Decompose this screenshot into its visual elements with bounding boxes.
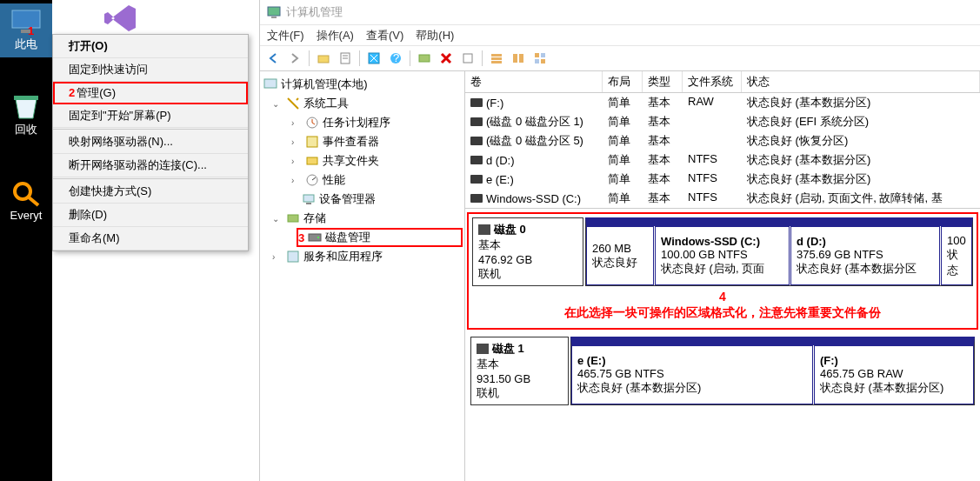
- disk-partition[interactable]: d (D:)375.69 GB NTFS状态良好 (基本数据分区: [790, 226, 940, 285]
- context-menu-shortcut[interactable]: 创建快捷方式(S): [53, 180, 248, 204]
- tree-computer-management[interactable]: 计算机管理(本地): [262, 75, 463, 94]
- disk-partition[interactable]: 100状态: [941, 226, 972, 285]
- tools-icon: [286, 97, 300, 110]
- collapse-icon[interactable]: ›: [272, 252, 283, 262]
- desktop-icon-label: 此电: [15, 37, 37, 52]
- context-menu-delete[interactable]: 删除(D): [53, 204, 248, 227]
- task-icon: [305, 116, 319, 130]
- up-button[interactable]: [314, 49, 333, 68]
- tree-disk-management[interactable]: 3 磁盘管理: [297, 228, 463, 247]
- context-menu-manage[interactable]: 2管理(G): [53, 82, 248, 104]
- view2-button[interactable]: [509, 49, 528, 68]
- tree-device-manager[interactable]: 设备管理器: [262, 190, 463, 209]
- volume-row[interactable]: e (E:)简单基本NTFS状态良好 (基本数据分区): [465, 170, 980, 189]
- svg-rect-22: [541, 53, 545, 57]
- tree-task-scheduler[interactable]: › 任务计划程序: [262, 113, 463, 132]
- view3-button[interactable]: [530, 49, 550, 68]
- disk-partition[interactable]: 260 MB状态良好: [586, 226, 654, 285]
- volume-row[interactable]: (磁盘 0 磁盘分区 5)简单基本状态良好 (恢复分区): [465, 131, 980, 150]
- disk-partition[interactable]: Windows-SSD (C:)100.00 GB NTFS状态良好 (启动, …: [655, 226, 790, 285]
- forward-icon: [289, 52, 301, 64]
- desktop-icon-recycle-bin[interactable]: 回收: [0, 89, 52, 143]
- svg-rect-27: [307, 137, 317, 147]
- svg-rect-31: [306, 203, 311, 204]
- annotation-4-text: 在此选择一块可操作的区域格式化，注意先将重要文件备份: [472, 305, 973, 321]
- storage-icon: [286, 211, 300, 225]
- svg-rect-17: [491, 57, 502, 60]
- svg-rect-14: [419, 55, 430, 62]
- delete-button[interactable]: [437, 49, 456, 68]
- svg-rect-25: [264, 79, 277, 88]
- forward-button[interactable]: [285, 49, 304, 68]
- context-menu-open[interactable]: 打开(O): [53, 35, 248, 58]
- svg-rect-6: [271, 17, 277, 18]
- disk-1-label[interactable]: 磁盘 1 基本 931.50 GB 联机: [470, 337, 569, 405]
- format-icon: [462, 52, 474, 64]
- expand-icon[interactable]: ⌄: [272, 214, 283, 224]
- tree-shared-folders[interactable]: › 共享文件夹: [262, 151, 463, 170]
- svg-line-4: [28, 197, 38, 205]
- col-status[interactable]: 状态: [742, 71, 980, 92]
- svg-text:?: ?: [393, 52, 399, 64]
- tree-storage[interactable]: ⌄ 存储: [262, 209, 463, 228]
- expand-icon[interactable]: ⌄: [272, 99, 283, 109]
- desktop-icon-this-pc[interactable]: 此电: [0, 3, 52, 57]
- col-volume[interactable]: 卷: [465, 71, 603, 92]
- disk-0-map: 磁盘 0 基本 476.92 GB 联机 260 MB状态良好Windows-S…: [467, 212, 978, 330]
- menu-help[interactable]: 帮助(H): [416, 28, 454, 43]
- menu-file[interactable]: 文件(F): [267, 28, 304, 43]
- settings-button[interactable]: [415, 49, 434, 68]
- right-panel: 卷 布局 类型 文件系统 状态 (F:)简单基本RAW状态良好 (基本数据分区)…: [465, 71, 980, 481]
- volume-row[interactable]: (F:)简单基本RAW状态良好 (基本数据分区): [465, 93, 980, 112]
- collapse-icon[interactable]: ›: [291, 176, 302, 185]
- volume-row[interactable]: (磁盘 0 磁盘分区 1)简单基本状态良好 (EFI 系统分区): [465, 112, 980, 131]
- volume-row[interactable]: d (D:)简单基本NTFS状态良好 (基本数据分区): [465, 150, 980, 170]
- desktop-icon-everything[interactable]: Everyt: [0, 176, 52, 227]
- col-layout[interactable]: 布局: [603, 71, 643, 92]
- desktop-icon-label: Everyt: [10, 209, 43, 222]
- context-menu-disconnect-drive[interactable]: 断开网络驱动器的连接(C)...: [53, 154, 248, 177]
- tree-performance[interactable]: › 性能: [262, 170, 463, 190]
- collapse-icon[interactable]: ›: [291, 157, 302, 166]
- volume-icon: [470, 98, 483, 107]
- tree-event-viewer[interactable]: › 事件查看器: [262, 132, 463, 151]
- collapse-icon[interactable]: ›: [291, 118, 302, 128]
- everything-icon: [10, 181, 42, 207]
- tree-system-tools[interactable]: ⌄ 系统工具: [262, 94, 463, 113]
- format-button[interactable]: [458, 49, 477, 68]
- disk-partition[interactable]: e (E:)465.75 GB NTFS状态良好 (基本数据分区): [571, 345, 813, 404]
- svg-rect-18: [491, 61, 502, 63]
- menu-view[interactable]: 查看(V): [366, 28, 403, 43]
- disk-0-label[interactable]: 磁盘 0 基本 476.92 GB 联机: [472, 217, 583, 286]
- services-icon: [286, 250, 300, 264]
- svg-rect-32: [288, 215, 298, 222]
- recycle-bin-icon: [10, 94, 42, 120]
- list-icon: [490, 52, 503, 64]
- view1-button[interactable]: [487, 49, 506, 68]
- col-type[interactable]: 类型: [643, 71, 683, 92]
- svg-rect-24: [541, 59, 545, 63]
- back-button[interactable]: [263, 49, 283, 68]
- refresh-button[interactable]: [364, 49, 383, 68]
- help-button[interactable]: ?: [386, 49, 405, 68]
- menu-action[interactable]: 操作(A): [317, 28, 354, 43]
- context-menu-separator: [53, 129, 248, 130]
- props-button[interactable]: [336, 49, 355, 68]
- volume-icon: [470, 117, 483, 126]
- svg-rect-35: [288, 251, 298, 262]
- visual-studio-icon[interactable]: [103, 3, 139, 33]
- event-icon: [305, 135, 319, 149]
- col-fs[interactable]: 文件系统: [683, 71, 742, 92]
- context-menu-pin-quick[interactable]: 固定到快速访问: [53, 58, 248, 82]
- context-menu-separator: [53, 178, 248, 179]
- toolbar: ?: [260, 45, 980, 71]
- context-menu-map-drive[interactable]: 映射网络驱动器(N)...: [53, 130, 248, 154]
- volume-row[interactable]: Windows-SSD (C:)简单基本NTFS状态良好 (启动, 页面文件, …: [465, 189, 980, 208]
- collapse-icon[interactable]: ›: [291, 137, 302, 147]
- disk-partition[interactable]: (F:)465.75 GB RAW状态良好 (基本数据分区): [814, 345, 974, 404]
- context-menu-pin-start[interactable]: 固定到"开始"屏幕(P): [53, 104, 248, 128]
- tree-services[interactable]: › 服务和应用程序: [262, 247, 463, 266]
- context-menu-rename[interactable]: 重命名(M): [53, 227, 248, 251]
- disk-1-map: 磁盘 1 基本 931.50 GB 联机 e (E:)465.75 GB NTF…: [467, 333, 978, 411]
- volume-icon: [470, 175, 483, 184]
